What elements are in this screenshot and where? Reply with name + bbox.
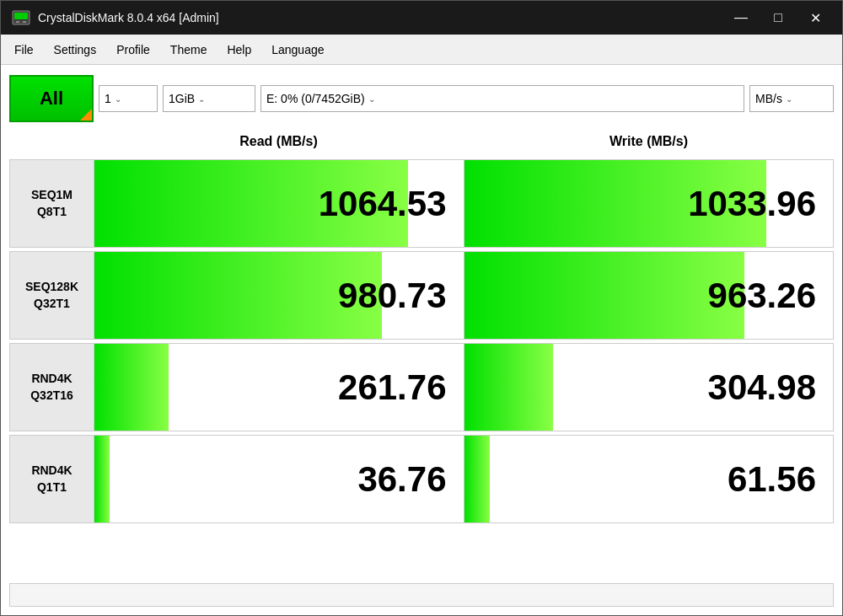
header-spacer [9, 129, 94, 154]
bench-write-rnd4k-q32t16: 304.98 [464, 344, 834, 431]
read-value-seq1m-q8t1: 1064.53 [319, 184, 447, 224]
menu-help[interactable]: Help [217, 40, 261, 60]
column-headers: Read (MB/s) Write (MB/s) [9, 129, 834, 154]
window-title: CrystalDiskMark 8.0.4 x64 [Admin] [38, 11, 724, 24]
app-icon [11, 8, 31, 28]
read-bar-rnd4k-q32t16 [94, 344, 169, 431]
unit-arrow: ⌄ [786, 94, 792, 104]
size-dropdown[interactable]: 1GiB ⌄ [163, 85, 255, 112]
bench-read-rnd4k-q32t16: 261.76 [94, 344, 464, 431]
svg-rect-3 [23, 21, 26, 23]
drive-value: E: 0% (0/7452GiB) [266, 92, 365, 105]
bench-row-seq1m-q8t1: SEQ1M Q8T1 1064.53 1033.96 [9, 159, 834, 248]
close-button[interactable]: ✕ [798, 5, 832, 30]
bench-label-seq128k-q32t1: SEQ128K Q32T1 [10, 252, 94, 339]
bench-row-rnd4k-q1t1: RND4K Q1T1 36.76 61.56 [9, 435, 834, 523]
bench-write-seq128k-q32t1: 963.26 [464, 252, 834, 339]
main-content: All 1 ⌄ 1GiB ⌄ E: 0% (0/7452GiB) ⌄ MB/s … [1, 65, 842, 615]
bench-label-seq1m-q8t1: SEQ1M Q8T1 [10, 160, 94, 247]
read-value-rnd4k-q1t1: 36.76 [357, 459, 446, 500]
title-bar: CrystalDiskMark 8.0.4 x64 [Admin] — □ ✕ [1, 1, 842, 35]
read-value-seq128k-q32t1: 980.73 [338, 276, 446, 316]
read-value-rnd4k-q32t16: 261.76 [338, 367, 446, 408]
bench-row-seq128k-q32t1: SEQ128K Q32T1 980.73 963.26 [9, 251, 834, 340]
write-bar-rnd4k-q32t16 [464, 344, 553, 431]
svg-rect-4 [13, 19, 29, 20]
write-value-seq1m-q8t1: 1033.96 [688, 184, 816, 224]
write-bar-seq128k-q32t1 [464, 252, 745, 339]
all-button[interactable]: All [9, 75, 94, 122]
menu-bar: File Settings Profile Theme Help Languag… [1, 35, 842, 65]
write-bar-rnd4k-q1t1 [464, 436, 491, 522]
drive-dropdown[interactable]: E: 0% (0/7452GiB) ⌄ [260, 85, 744, 112]
app-window: CrystalDiskMark 8.0.4 x64 [Admin] — □ ✕ … [0, 0, 843, 616]
svg-rect-2 [16, 21, 19, 23]
read-header: Read (MB/s) [94, 129, 464, 154]
svg-rect-1 [14, 13, 28, 19]
maximize-button[interactable]: □ [761, 5, 795, 30]
bench-label-rnd4k-q32t16: RND4K Q32T16 [10, 344, 94, 431]
bench-read-seq1m-q8t1: 1064.53 [94, 160, 464, 247]
bench-read-rnd4k-q1t1: 36.76 [94, 436, 464, 522]
bench-label-rnd4k-q1t1: RND4K Q1T1 [10, 436, 94, 522]
status-bar [9, 583, 834, 607]
size-value: 1GiB [169, 92, 195, 105]
write-value-rnd4k-q32t16: 304.98 [708, 367, 816, 408]
menu-language[interactable]: Language [261, 40, 334, 60]
menu-profile[interactable]: Profile [106, 40, 160, 60]
bench-write-rnd4k-q1t1: 61.56 [464, 436, 834, 522]
window-controls: — □ ✕ [724, 5, 832, 30]
menu-file[interactable]: File [4, 40, 44, 60]
size-arrow: ⌄ [198, 94, 205, 104]
unit-dropdown[interactable]: MB/s ⌄ [749, 85, 834, 112]
minimize-button[interactable]: — [724, 5, 758, 30]
benchmarks-container: SEQ1M Q8T1 1064.53 1033.96 SEQ128K Q32T1… [9, 159, 834, 575]
controls-row: All 1 ⌄ 1GiB ⌄ E: 0% (0/7452GiB) ⌄ MB/s … [9, 73, 834, 124]
drive-arrow: ⌄ [368, 94, 375, 104]
runs-value: 1 [105, 92, 111, 105]
write-value-seq128k-q32t1: 963.26 [708, 276, 816, 316]
menu-settings[interactable]: Settings [44, 40, 107, 60]
write-value-rnd4k-q1t1: 61.56 [728, 459, 816, 500]
menu-theme[interactable]: Theme [160, 40, 217, 60]
runs-arrow: ⌄ [115, 94, 121, 104]
bench-row-rnd4k-q32t16: RND4K Q32T16 261.76 304.98 [9, 343, 834, 431]
bench-write-seq1m-q8t1: 1033.96 [464, 160, 834, 247]
unit-value: MB/s [755, 92, 782, 105]
bench-read-seq128k-q32t1: 980.73 [94, 252, 464, 339]
write-header: Write (MB/s) [464, 129, 834, 154]
read-bar-rnd4k-q1t1 [94, 436, 110, 522]
runs-dropdown[interactable]: 1 ⌄ [99, 85, 158, 112]
